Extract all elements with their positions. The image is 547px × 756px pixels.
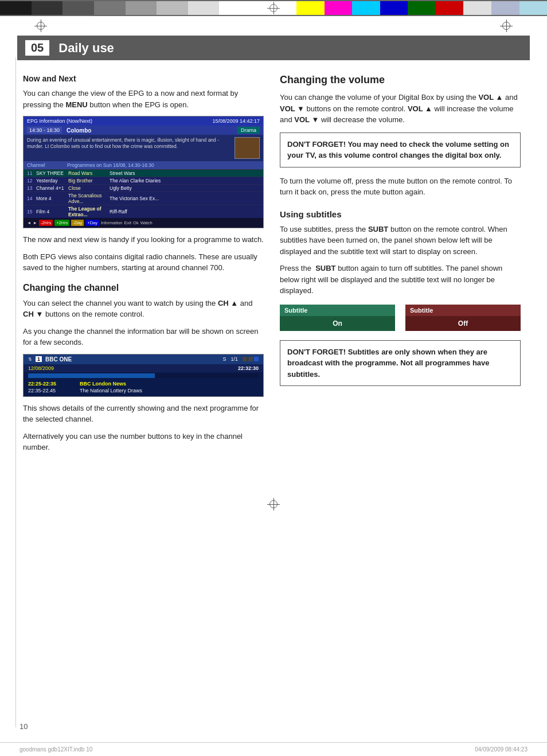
reg-mark-bottom: [267, 498, 280, 511]
ctrl-minus2hrs: -2Hrs: [39, 220, 53, 226]
info-arrows: ⇅: [28, 357, 32, 362]
left-column: Now and Next You can change the view of …: [23, 74, 264, 459]
now-next-heading: Now and Next: [23, 74, 264, 83]
now-next-para1: You can change the view of the EPG to a …: [23, 88, 264, 110]
reg-mark-right: [500, 20, 513, 32]
epg-prog-name: Colombo: [67, 127, 233, 134]
info-prog-current: 22:25-22:35 BBC London News: [28, 380, 259, 387]
ctrl-minusday: -Day: [71, 220, 84, 226]
now-next-para2: The now and next view is handy if you lo…: [23, 234, 264, 245]
left-margin-line: [15, 57, 16, 727]
dont-forget-volume: DON'T FORGET! You may need to check the …: [280, 133, 521, 167]
page-footer: goodmans gdb12XIT.indb 10 04/09/2009 08:…: [0, 742, 547, 756]
subtitles-para2: Press the SUBT button again to turn off …: [280, 263, 521, 297]
epg-row-11: 11 SKY THREE Road Wars Street Wars: [24, 170, 263, 177]
info-ch-name: BBC ONE: [45, 356, 72, 363]
using-subtitles-heading: Using subtitles: [280, 209, 521, 219]
subtitle-panel-on: Subtitle On: [280, 305, 395, 331]
epg-row-12: 12 Yesterday Big Brother The Alan Clarke…: [24, 177, 263, 185]
epg-genre-badge: Drama: [237, 127, 260, 134]
volume-para1: You can change the volume of your Digita…: [280, 92, 521, 126]
channel-para3: This shows details of the currently show…: [23, 403, 264, 425]
epg-col-progs: Programmes on Sun 16/08, 14:30-16:30: [67, 162, 154, 168]
ctrl-info: Information: [101, 220, 123, 225]
ctrl-exit: Exit: [124, 220, 132, 225]
subtitle-on-header: Subtitle: [280, 305, 395, 316]
epg-row-14: 14 More 4 The Scanalious Adve... The Vic…: [24, 192, 263, 205]
page-number: 10: [19, 722, 28, 731]
channel-para4: Alternatively you can use the number but…: [23, 431, 264, 453]
ctrl-left: ◄: [27, 220, 31, 225]
ctrl-right: ►: [33, 220, 37, 225]
info-prog-next: 22:35-22.45 The National Lottery Draws: [28, 387, 259, 394]
dont-forget-subtitles: DON'T FORGET! Subtitles are only shown w…: [280, 340, 521, 387]
subtitle-off-header: Subtitle: [405, 305, 521, 316]
epg-time-badge: 14:30 - 16:30: [27, 127, 62, 134]
epg-thumbnail: [235, 137, 260, 159]
ctrl-plusday: +Day: [85, 220, 99, 226]
epg-screen: EPG Information (Now/Next) 15/08/2009 14…: [23, 116, 264, 228]
subtitle-panel-off: Subtitle Off: [405, 305, 521, 331]
footer-date: 04/09/2009 08:44:23: [475, 746, 528, 753]
ctrl-plus2hrs: +2Hrs: [54, 220, 69, 226]
epg-description: During an evening of unusual entertainme…: [27, 137, 231, 159]
changing-channel-para1: You can select the channel you want to w…: [23, 298, 264, 320]
info-bar-screen: ⇅ 1 BBC ONE S 1/1 12/08/2009 22:32:: [23, 354, 264, 397]
right-column: Changing the volume You can change the v…: [280, 74, 521, 459]
subtitles-para1: To use subtitles, press the SUBT button …: [280, 224, 521, 258]
changing-channel-heading: Changing the channel: [23, 283, 264, 293]
ctrl-watch: Watch: [140, 220, 153, 225]
epg-header-right: 15/08/2009 14:42:17: [212, 118, 260, 124]
changing-volume-heading: Changing the volume: [280, 74, 521, 86]
now-next-para3: Both EPG views also contains digital rad…: [23, 251, 264, 274]
footer-filename: goodmans gdb12XIT.indb 10: [19, 746, 92, 753]
reg-mark-left: [34, 20, 47, 32]
subtitle-on-status: On: [280, 316, 395, 331]
epg-col-channel: Channel: [27, 162, 67, 168]
volume-para2: To turn the volume off, press the mute b…: [280, 176, 521, 198]
epg-row-13: 13 Channel 4+1 Close Ugly Betty: [24, 185, 263, 192]
info-subtitle-s: S: [222, 356, 226, 362]
chapter-title: Daily use: [58, 41, 114, 56]
info-date: 12/08/2009: [28, 365, 54, 371]
epg-header-left: EPG Information (Now/Next): [27, 118, 92, 124]
info-page: 1/1: [230, 356, 238, 362]
page-header: 05 Daily use: [17, 36, 530, 60]
info-time: 22:32:30: [238, 365, 259, 371]
subtitle-off-status: Off: [405, 316, 521, 331]
ctrl-ok: Ok: [133, 220, 139, 225]
epg-row-15: 15 Film 4 The League of Extrao... Riff-R…: [24, 205, 263, 218]
info-ch-num: 1: [36, 356, 42, 362]
changing-channel-para2: As you change the channel the informatio…: [23, 326, 264, 348]
chapter-number: 05: [25, 40, 49, 56]
